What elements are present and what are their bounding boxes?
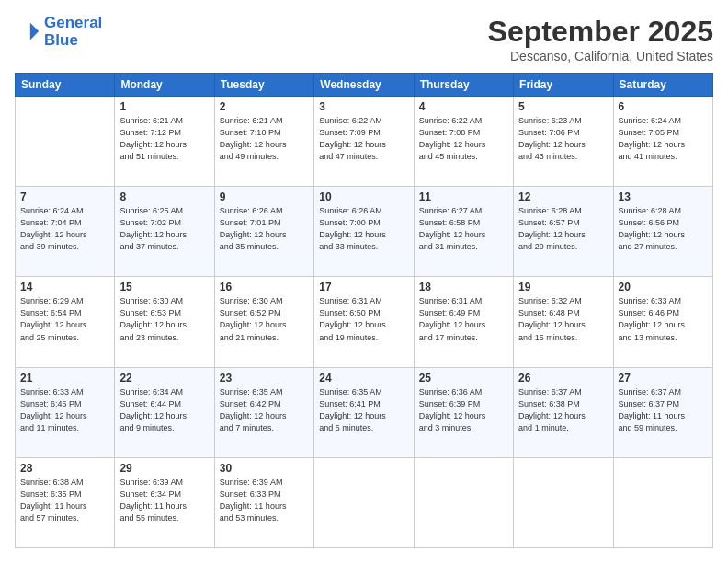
day-number: 30	[220, 462, 309, 475]
day-info: Sunrise: 6:30 AMSunset: 6:53 PMDaylight:…	[119, 295, 209, 343]
calendar-cell: 8Sunrise: 6:25 AMSunset: 7:02 PMDaylight…	[115, 187, 214, 277]
header: General Blue September 2025 Descanso, Ca…	[15, 15, 713, 63]
week-row-0: 1Sunrise: 6:21 AMSunset: 7:12 PMDaylight…	[16, 97, 713, 187]
day-info: Sunrise: 6:34 AMSunset: 6:44 PMDaylight:…	[119, 386, 209, 434]
week-row-2: 14Sunrise: 6:29 AMSunset: 6:54 PMDayligh…	[16, 277, 713, 367]
logo-icon	[15, 19, 40, 45]
weekday-header-saturday: Saturday	[613, 74, 712, 97]
calendar-cell: 18Sunrise: 6:31 AMSunset: 6:49 PMDayligh…	[414, 277, 513, 367]
day-number: 8	[119, 190, 209, 203]
day-info: Sunrise: 6:26 AMSunset: 7:01 PMDaylight:…	[220, 205, 309, 253]
day-info: Sunrise: 6:39 AMSunset: 6:34 PMDaylight:…	[119, 477, 209, 524]
day-number: 3	[319, 100, 408, 113]
day-number: 20	[619, 281, 708, 293]
day-number: 9	[220, 190, 309, 203]
day-number: 1	[119, 100, 209, 113]
calendar-cell	[314, 457, 414, 547]
day-info: Sunrise: 6:32 AMSunset: 6:48 PMDaylight:…	[518, 295, 608, 343]
day-number: 16	[220, 281, 309, 293]
calendar-cell: 26Sunrise: 6:37 AMSunset: 6:38 PMDayligh…	[514, 367, 613, 457]
weekday-header-thursday: Thursday	[414, 74, 513, 97]
calendar-cell: 9Sunrise: 6:26 AMSunset: 7:01 PMDaylight…	[214, 187, 313, 277]
calendar-cell: 2Sunrise: 6:21 AMSunset: 7:10 PMDaylight…	[214, 97, 313, 187]
day-number: 21	[20, 372, 109, 385]
day-number: 24	[319, 372, 408, 385]
month-title: September 2025	[488, 15, 713, 49]
calendar-cell	[16, 97, 115, 187]
day-info: Sunrise: 6:26 AMSunset: 7:00 PMDaylight:…	[319, 205, 408, 253]
calendar-cell: 30Sunrise: 6:39 AMSunset: 6:33 PMDayligh…	[214, 457, 313, 547]
week-row-3: 21Sunrise: 6:33 AMSunset: 6:45 PMDayligh…	[16, 367, 713, 457]
day-number: 12	[518, 190, 608, 203]
calendar-cell: 5Sunrise: 6:23 AMSunset: 7:06 PMDaylight…	[514, 97, 613, 187]
calendar-cell: 24Sunrise: 6:35 AMSunset: 6:41 PMDayligh…	[314, 367, 414, 457]
calendar-cell: 20Sunrise: 6:33 AMSunset: 6:46 PMDayligh…	[613, 277, 712, 367]
day-info: Sunrise: 6:31 AMSunset: 6:50 PMDaylight:…	[319, 295, 408, 343]
day-number: 15	[119, 281, 209, 293]
day-info: Sunrise: 6:35 AMSunset: 6:42 PMDaylight:…	[220, 386, 309, 434]
day-number: 29	[119, 462, 209, 475]
day-number: 6	[619, 100, 708, 113]
day-number: 18	[419, 281, 508, 293]
calendar-cell: 17Sunrise: 6:31 AMSunset: 6:50 PMDayligh…	[314, 277, 414, 367]
page: General Blue September 2025 Descanso, Ca…	[0, 0, 728, 563]
day-info: Sunrise: 6:28 AMSunset: 6:57 PMDaylight:…	[518, 205, 608, 253]
day-number: 23	[220, 372, 309, 385]
weekday-header-tuesday: Tuesday	[214, 74, 313, 97]
calendar-cell: 21Sunrise: 6:33 AMSunset: 6:45 PMDayligh…	[16, 367, 115, 457]
calendar-cell: 13Sunrise: 6:28 AMSunset: 6:56 PMDayligh…	[613, 187, 712, 277]
calendar-cell: 25Sunrise: 6:36 AMSunset: 6:39 PMDayligh…	[414, 367, 513, 457]
day-info: Sunrise: 6:21 AMSunset: 7:12 PMDaylight:…	[119, 115, 209, 163]
day-info: Sunrise: 6:22 AMSunset: 7:09 PMDaylight:…	[319, 115, 408, 163]
day-info: Sunrise: 6:28 AMSunset: 6:56 PMDaylight:…	[619, 205, 708, 253]
weekday-header-row: SundayMondayTuesdayWednesdayThursdayFrid…	[16, 74, 713, 97]
weekday-header-wednesday: Wednesday	[314, 74, 414, 97]
calendar-cell: 10Sunrise: 6:26 AMSunset: 7:00 PMDayligh…	[314, 187, 414, 277]
day-info: Sunrise: 6:36 AMSunset: 6:39 PMDaylight:…	[419, 386, 508, 434]
calendar-cell: 3Sunrise: 6:22 AMSunset: 7:09 PMDaylight…	[314, 97, 414, 187]
day-info: Sunrise: 6:37 AMSunset: 6:38 PMDaylight:…	[518, 386, 608, 434]
day-info: Sunrise: 6:39 AMSunset: 6:33 PMDaylight:…	[220, 477, 309, 524]
day-info: Sunrise: 6:38 AMSunset: 6:35 PMDaylight:…	[20, 477, 109, 524]
day-info: Sunrise: 6:23 AMSunset: 7:06 PMDaylight:…	[518, 115, 608, 163]
day-number: 2	[220, 100, 309, 113]
day-info: Sunrise: 6:25 AMSunset: 7:02 PMDaylight:…	[119, 205, 209, 253]
week-row-1: 7Sunrise: 6:24 AMSunset: 7:04 PMDaylight…	[16, 187, 713, 277]
logo-text: General Blue	[44, 15, 102, 49]
calendar-cell: 22Sunrise: 6:34 AMSunset: 6:44 PMDayligh…	[115, 367, 214, 457]
weekday-header-friday: Friday	[514, 74, 613, 97]
calendar-cell	[613, 457, 712, 547]
calendar: SundayMondayTuesdayWednesdayThursdayFrid…	[15, 73, 713, 548]
day-info: Sunrise: 6:30 AMSunset: 6:52 PMDaylight:…	[220, 295, 309, 343]
calendar-cell: 11Sunrise: 6:27 AMSunset: 6:58 PMDayligh…	[414, 187, 513, 277]
day-number: 17	[319, 281, 408, 293]
day-number: 7	[20, 190, 109, 203]
calendar-cell: 12Sunrise: 6:28 AMSunset: 6:57 PMDayligh…	[514, 187, 613, 277]
weekday-header-monday: Monday	[115, 74, 214, 97]
calendar-cell: 23Sunrise: 6:35 AMSunset: 6:42 PMDayligh…	[214, 367, 313, 457]
day-number: 4	[419, 100, 508, 113]
day-info: Sunrise: 6:24 AMSunset: 7:05 PMDaylight:…	[619, 115, 708, 163]
day-info: Sunrise: 6:35 AMSunset: 6:41 PMDaylight:…	[319, 386, 408, 434]
calendar-cell: 15Sunrise: 6:30 AMSunset: 6:53 PMDayligh…	[115, 277, 214, 367]
day-number: 22	[119, 372, 209, 385]
day-info: Sunrise: 6:37 AMSunset: 6:37 PMDaylight:…	[619, 386, 708, 434]
day-number: 5	[518, 100, 608, 113]
day-number: 14	[20, 281, 109, 293]
day-number: 13	[619, 190, 708, 203]
day-number: 11	[419, 190, 508, 203]
calendar-cell: 7Sunrise: 6:24 AMSunset: 7:04 PMDaylight…	[16, 187, 115, 277]
day-number: 27	[619, 372, 708, 385]
day-number: 26	[518, 372, 608, 385]
day-number: 28	[20, 462, 109, 475]
calendar-cell: 14Sunrise: 6:29 AMSunset: 6:54 PMDayligh…	[16, 277, 115, 367]
calendar-cell: 19Sunrise: 6:32 AMSunset: 6:48 PMDayligh…	[514, 277, 613, 367]
calendar-cell: 1Sunrise: 6:21 AMSunset: 7:12 PMDaylight…	[115, 97, 214, 187]
location: Descanso, California, United States	[488, 49, 713, 63]
calendar-cell: 6Sunrise: 6:24 AMSunset: 7:05 PMDaylight…	[613, 97, 712, 187]
day-info: Sunrise: 6:29 AMSunset: 6:54 PMDaylight:…	[20, 295, 109, 343]
title-block: September 2025 Descanso, California, Uni…	[488, 15, 713, 63]
day-info: Sunrise: 6:22 AMSunset: 7:08 PMDaylight:…	[419, 115, 508, 163]
day-info: Sunrise: 6:31 AMSunset: 6:49 PMDaylight:…	[419, 295, 508, 343]
day-info: Sunrise: 6:27 AMSunset: 6:58 PMDaylight:…	[419, 205, 508, 253]
